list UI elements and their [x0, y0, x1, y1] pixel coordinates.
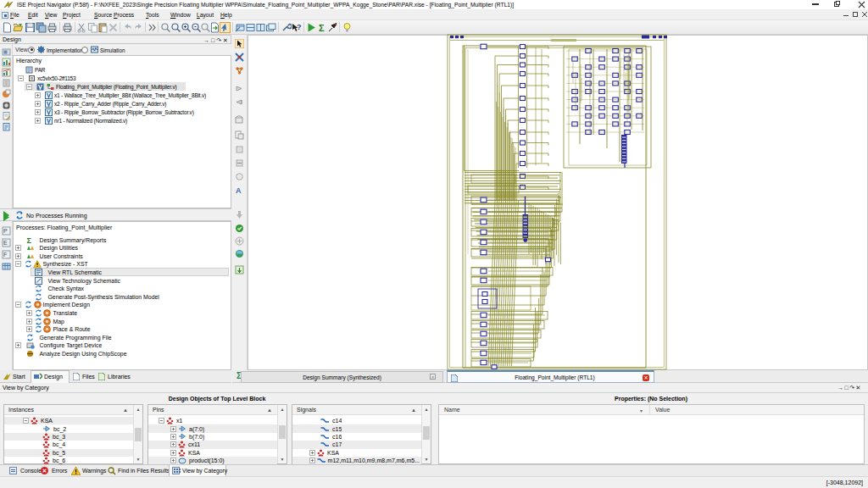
- svg-text:F: F: [3, 252, 7, 258]
- svg-text:A: A: [236, 186, 242, 195]
- svg-text:?: ?: [297, 23, 302, 31]
- svg-text:Σ: Σ: [319, 23, 325, 33]
- svg-text:E: E: [3, 240, 8, 246]
- svg-text:P: P: [3, 228, 8, 234]
- svg-text:Σ: Σ: [26, 236, 31, 244]
